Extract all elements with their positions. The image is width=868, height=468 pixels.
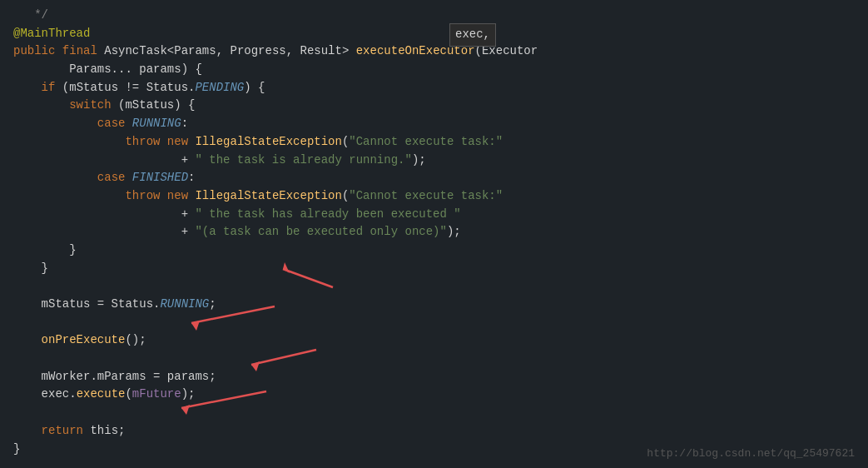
code-line-8: throw new IllegalStateException("Cannot … (13, 133, 855, 152)
code-line-16 (13, 277, 855, 296)
code-line-19: onPreExecute(); (13, 331, 855, 350)
code-line-13: + "(a task can be executed only once)"); (13, 223, 855, 241)
code-line-9: + " the task is already running."); (13, 152, 855, 170)
autocomplete-popup: exec, (449, 23, 496, 47)
code-editor: */ @MainThread public final AsyncTask<Pa… (0, 0, 868, 465)
code-line-5: if (mStatus != Status.PENDING) { (13, 79, 855, 97)
watermark: http://blog.csdn.net/qq_25497621 (647, 447, 855, 460)
code-line-23 (13, 404, 855, 422)
code-line-11: throw new IllegalStateException("Cannot … (13, 187, 855, 206)
code-line-7: case RUNNING: (13, 115, 855, 133)
code-line-20 (13, 350, 855, 368)
code-line-10: case FINISHED: (13, 169, 855, 187)
code-line-6: switch (mStatus) { (13, 97, 855, 115)
code-line-4: Params... params) { (13, 61, 855, 79)
code-line-3: public final AsyncTask<Params, Progress,… (13, 42, 855, 61)
code-line-14: } (13, 241, 855, 260)
code-line-12: + " the task has already been executed " (13, 206, 855, 224)
code-line-1: */ (13, 7, 855, 25)
code-line-2: @MainThread (13, 25, 855, 43)
code-line-15: } (13, 260, 855, 278)
code-line-24: return this; (13, 422, 855, 441)
code-line-18 (13, 314, 855, 332)
code-line-17: mStatus = Status.RUNNING; (13, 296, 855, 314)
code-line-22: exec.execute(mFuture); (13, 386, 855, 404)
code-line-21: mWorker.mParams = params; (13, 368, 855, 386)
